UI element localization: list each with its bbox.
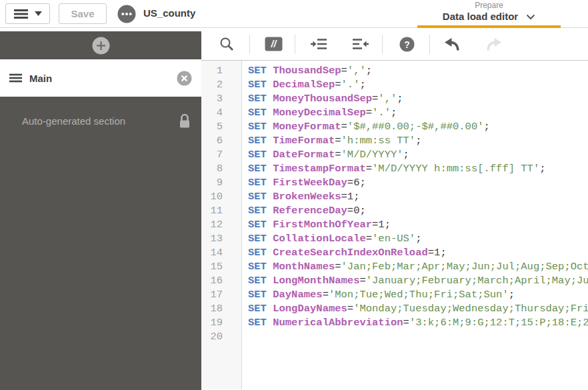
code-line[interactable]: SET BrokenWeeks=1; bbox=[248, 190, 588, 204]
code-token: ; bbox=[539, 163, 545, 175]
redo-icon bbox=[485, 38, 502, 51]
search-button[interactable] bbox=[215, 32, 239, 56]
code-line[interactable]: SET DecimalSep='.'; bbox=[248, 78, 588, 92]
code-token: BrokenWeeks bbox=[273, 191, 341, 203]
sidebar-item-auto-generated[interactable]: Auto-generated section bbox=[0, 97, 201, 145]
line-number: 14 bbox=[201, 246, 241, 260]
code-line[interactable]: SET CreateSearchIndexOnReload=1; bbox=[248, 246, 588, 260]
code-token: CollationLocale bbox=[273, 233, 366, 245]
code-token: ',' bbox=[347, 65, 366, 77]
code-token: 1 bbox=[434, 247, 440, 259]
code-line[interactable]: SET DateFormat='M/D/YYYY'; bbox=[248, 148, 588, 162]
app-options-icon[interactable] bbox=[117, 5, 136, 23]
code-line[interactable]: SET MoneyThousandSep=','; bbox=[248, 92, 588, 106]
line-number: 9 bbox=[201, 176, 241, 190]
code-token: TimestampFormat bbox=[273, 163, 366, 175]
help-icon: ? bbox=[399, 37, 415, 52]
hamburger-icon bbox=[14, 9, 28, 19]
code-token: SET bbox=[248, 65, 273, 77]
toggle-comment-button[interactable]: // bbox=[261, 32, 285, 56]
app-window: Save US_county Prepare Data load editor bbox=[0, 0, 588, 390]
code-token: SET bbox=[248, 93, 273, 105]
line-number: 1 bbox=[201, 64, 241, 78]
sections-sidebar: Main Auto-generated section bbox=[0, 28, 201, 390]
close-icon[interactable] bbox=[177, 71, 192, 86]
code-token: = bbox=[335, 261, 341, 273]
code-token: ; bbox=[353, 191, 359, 203]
code-token: 1 bbox=[378, 219, 384, 231]
code-token: ; bbox=[484, 121, 490, 133]
app-title: US_county bbox=[143, 7, 195, 19]
code-lines[interactable]: SET ThousandSep=',';SET DecimalSep='.';S… bbox=[243, 61, 588, 389]
code-token: = bbox=[428, 247, 434, 259]
code-token: MonthNames bbox=[273, 261, 335, 273]
code-token: ; bbox=[440, 247, 446, 259]
line-number: 7 bbox=[201, 148, 241, 162]
indent-button[interactable] bbox=[307, 32, 331, 56]
code-line[interactable]: SET FirstMonthOfYear=1; bbox=[248, 218, 588, 232]
line-number: 18 bbox=[201, 302, 241, 316]
code-token: ThousandSep bbox=[273, 65, 341, 77]
code-token: '.' bbox=[372, 107, 391, 119]
code-line[interactable]: SET MoneyFormat='$#,##0.00;-$#,##0.00'; bbox=[248, 120, 588, 134]
code-token: 'January;February;March;April;May;June;J… bbox=[366, 275, 588, 287]
code-token: 1 bbox=[347, 191, 353, 203]
code-token: ; bbox=[509, 289, 515, 301]
line-number: 17 bbox=[201, 288, 241, 302]
code-token: ',' bbox=[378, 93, 397, 105]
undo-button[interactable] bbox=[440, 32, 464, 56]
code-token: 'M/D/YYYY h:mm:ss[.fff] TT' bbox=[372, 163, 539, 175]
line-number: 6 bbox=[201, 134, 241, 148]
editor-toolbar: // bbox=[201, 28, 588, 61]
code-line[interactable]: SET TimestampFormat='M/D/YYYY h:mm:ss[.f… bbox=[248, 162, 588, 176]
code-line[interactable]: SET FirstWeekDay=6; bbox=[248, 176, 588, 190]
redo-button[interactable] bbox=[481, 32, 505, 56]
line-number: 5 bbox=[201, 120, 241, 134]
code-token: '3:k;6:M;9:G;12:T;15:P;18:E;21:Z;24:Y;-3… bbox=[409, 317, 588, 329]
sidebar-item-main[interactable]: Main bbox=[0, 59, 201, 97]
top-bar: Save US_county Prepare Data load editor bbox=[0, 0, 588, 28]
line-number: 16 bbox=[201, 274, 241, 288]
script-editor: // bbox=[201, 28, 588, 390]
code-token: FirstMonthOfYear bbox=[273, 219, 372, 231]
sections-list-background: Auto-generated section bbox=[0, 97, 201, 390]
code-token: MoneyFormat bbox=[273, 121, 341, 133]
code-line[interactable] bbox=[248, 330, 588, 344]
code-token: SET bbox=[248, 303, 273, 315]
outdent-button[interactable] bbox=[348, 32, 372, 56]
code-token: SET bbox=[248, 275, 273, 287]
code-line[interactable]: SET LongDayNames='Monday;Tuesday;Wednesd… bbox=[248, 302, 588, 316]
code-token: ; bbox=[359, 205, 365, 217]
code-token: SET bbox=[248, 121, 273, 133]
toggle-comment-icon: // bbox=[265, 37, 283, 51]
code-line[interactable]: SET NumericalAbbreviation='3:k;6:M;9:G;1… bbox=[248, 316, 588, 330]
undo-icon bbox=[444, 38, 461, 51]
tab-data-load-editor[interactable]: Prepare Data load editor bbox=[417, 0, 561, 28]
svg-text:?: ? bbox=[404, 39, 410, 49]
save-button[interactable]: Save bbox=[59, 3, 107, 24]
code-editor-area[interactable]: 1234567891011121314151617181920 SET Thou… bbox=[201, 61, 588, 389]
code-line[interactable]: SET LongMonthNames='January;February;Mar… bbox=[248, 274, 588, 288]
line-number: 11 bbox=[201, 204, 241, 218]
code-token: ; bbox=[415, 233, 421, 245]
line-number: 4 bbox=[201, 106, 241, 120]
auto-generated-label: Auto-generated section bbox=[22, 115, 178, 127]
line-number: 10 bbox=[201, 190, 241, 204]
code-token: = bbox=[335, 135, 341, 147]
add-section-icon[interactable] bbox=[92, 37, 110, 55]
code-line[interactable]: SET ReferenceDay=0; bbox=[248, 204, 588, 218]
code-token: SET bbox=[248, 233, 273, 245]
code-line[interactable]: SET TimeFormat='h:mm:ss TT'; bbox=[248, 134, 588, 148]
help-button[interactable]: ? bbox=[395, 32, 419, 56]
code-line[interactable]: SET DayNames='Mon;Tue;Wed;Thu;Fri;Sat;Su… bbox=[248, 288, 588, 302]
code-token: SET bbox=[248, 205, 273, 217]
code-line[interactable]: SET MonthNames='Jan;Feb;Mar;Apr;May;Jun;… bbox=[248, 260, 588, 274]
code-line[interactable]: SET MoneyDecimalSep='.'; bbox=[248, 106, 588, 120]
code-token: ReferenceDay bbox=[273, 205, 347, 217]
code-line[interactable]: SET CollationLocale='en-US'; bbox=[248, 232, 588, 246]
code-line[interactable]: SET ThousandSep=','; bbox=[248, 64, 588, 78]
chevron-down-icon bbox=[526, 14, 535, 20]
caret-down-icon bbox=[35, 11, 42, 16]
code-token: ; bbox=[359, 79, 365, 91]
global-menu-button[interactable] bbox=[5, 3, 50, 24]
